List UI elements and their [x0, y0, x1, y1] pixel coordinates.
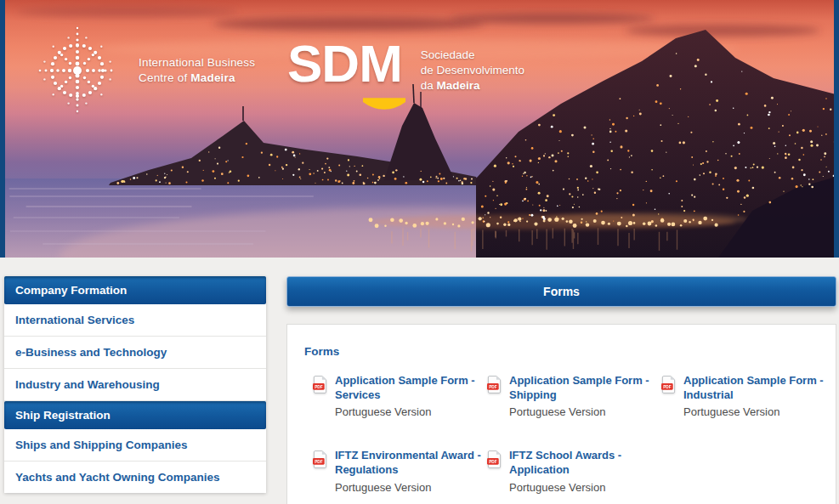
- ibc-globe-icon: [31, 24, 124, 117]
- header-left-border: [0, 0, 5, 258]
- ibc-line1: International Business: [139, 56, 255, 69]
- form-item-texts: Application Sample Form - Shipping Portu…: [509, 374, 661, 418]
- svg-text:PDF: PDF: [315, 460, 323, 464]
- form-item-texts: Application Sample Form - Services Portu…: [335, 374, 487, 418]
- sdm-sd: SD: [287, 34, 359, 93]
- pdf-file-icon: PDF: [661, 376, 676, 394]
- sidebar-item-international-services[interactable]: International Services: [4, 304, 266, 337]
- svg-text:PDF: PDF: [315, 385, 323, 389]
- pdf-file-icon: PDF: [313, 376, 327, 394]
- form-item-texts: IFTZ School Awards - Application Portugu…: [509, 449, 661, 493]
- sidebar-item-ebusiness-and-technology[interactable]: e-Business and Technology: [4, 337, 266, 369]
- forms-grid: PDF Application Sample Form - Services P…: [313, 374, 819, 494]
- form-portuguese-version-link[interactable]: Portuguese Version: [683, 405, 836, 418]
- ibc-logo-text: International Business Centre of Madeira: [139, 55, 255, 85]
- svg-text:PDF: PDF: [489, 385, 497, 389]
- sidebar-item-yachts-and-yacht-owning-companies[interactable]: Yachts and Yacht Owning Companies: [4, 462, 266, 493]
- form-link[interactable]: Application Sample Form - Industrial: [683, 374, 836, 402]
- sidebar-item-industry-and-warehousing[interactable]: Industry and Warehousing: [4, 369, 266, 401]
- form-item: PDF IFTZ Environmental Award - Regulatio…: [313, 449, 487, 493]
- form-link[interactable]: IFTZ Environmental Award - Regulations: [335, 449, 487, 477]
- form-item: PDF IFTZ School Awards - Application Por…: [487, 449, 661, 493]
- form-portuguese-version-link[interactable]: Portuguese Version: [335, 481, 487, 494]
- form-item-texts: Application Sample Form - Industrial Por…: [683, 374, 836, 418]
- form-link[interactable]: IFTZ School Awards - Application: [509, 449, 661, 477]
- forms-title-bar: Forms: [286, 276, 836, 307]
- sidebar-section-company-formation[interactable]: Company Formation: [4, 276, 266, 304]
- sdm-acronym: SDM: [287, 37, 402, 93]
- pdf-file-icon: PDF: [487, 376, 502, 394]
- content-area: Company Formation International Services…: [4, 276, 836, 504]
- form-item: PDF Application Sample Form - Shipping P…: [487, 374, 661, 418]
- sdm-yellow-swoosh-icon: [362, 97, 406, 110]
- form-portuguese-version-link[interactable]: Portuguese Version: [509, 405, 661, 418]
- svg-text:PDF: PDF: [489, 460, 497, 464]
- main-content: Forms Forms PDF Application Sample Form …: [286, 276, 836, 504]
- forms-panel: Forms PDF Application Sample Form - Serv…: [286, 324, 836, 504]
- sdm-line1: Sociedade: [421, 48, 524, 63]
- hero-banner: International Business Centre of Madeira…: [0, 0, 839, 258]
- form-portuguese-version-link[interactable]: Portuguese Version: [335, 405, 487, 418]
- form-item: PDF Application Sample Form - Industrial…: [661, 374, 836, 418]
- ibc-line2-bold: Madeira: [190, 71, 235, 84]
- sidebar: Company Formation International Services…: [4, 276, 266, 493]
- pdf-file-icon: PDF: [313, 450, 327, 468]
- ibc-line2: Centre of: [139, 71, 190, 84]
- form-link[interactable]: Application Sample Form - Services: [335, 374, 487, 402]
- form-link[interactable]: Application Sample Form - Shipping: [509, 374, 661, 402]
- form-item-texts: IFTZ Environmental Award - Regulations P…: [335, 449, 487, 493]
- forms-title: Forms: [543, 285, 580, 298]
- form-portuguese-version-link[interactable]: Portuguese Version: [509, 481, 661, 494]
- form-item: PDF Application Sample Form - Services P…: [313, 374, 487, 418]
- svg-text:PDF: PDF: [663, 385, 672, 389]
- sdm-line3-bold: Madeira: [437, 79, 480, 92]
- header-right-border: [834, 0, 839, 258]
- sidebar-section-ship-registration[interactable]: Ship Registration: [4, 401, 266, 429]
- sdm-line2: de Desenvolvimento: [421, 63, 524, 78]
- sidebar-item-ships-and-shipping-companies[interactable]: Ships and Shipping Companies: [4, 429, 266, 462]
- pdf-file-icon: PDF: [487, 450, 502, 468]
- sdm-line3: da: [421, 79, 437, 92]
- sdm-logo: SDM Sociedade de Desenvolvimento da Made…: [287, 37, 524, 93]
- sdm-logo-text: Sociedade de Desenvolvimento da Madeira: [421, 37, 524, 93]
- ibc-madeira-logo: International Business Centre of Madeira: [31, 24, 255, 117]
- forms-section-label: Forms: [304, 345, 819, 358]
- sdm-m: M: [359, 34, 402, 93]
